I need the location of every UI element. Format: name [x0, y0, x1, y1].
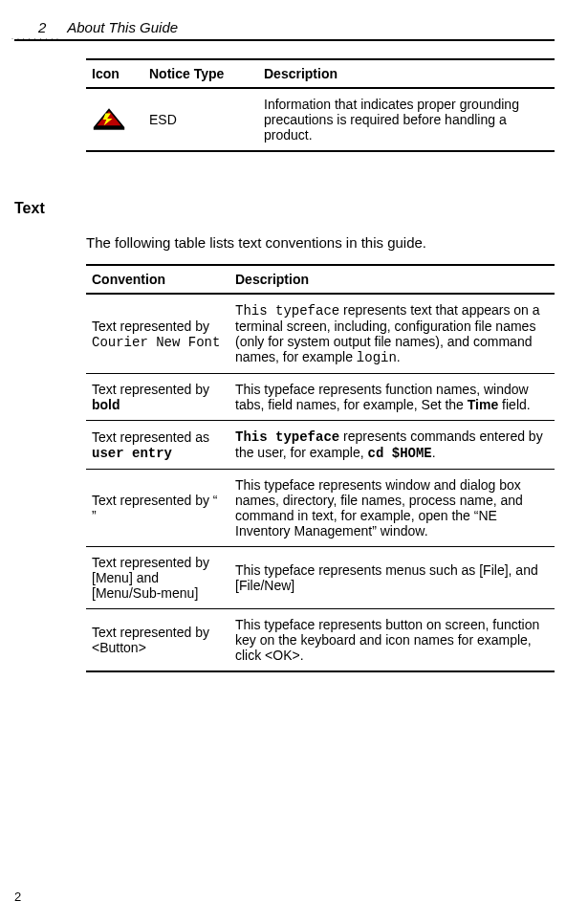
header-title: About This Guide	[67, 19, 178, 35]
notice-type-cell: ESD	[143, 88, 258, 151]
desc-monobold: cd $HOME	[368, 446, 432, 461]
col-header-icon: Icon	[86, 59, 143, 88]
notice-type-table: Icon Notice Type Description ESD Informa…	[86, 58, 555, 152]
footer-page-number: 2	[14, 890, 21, 904]
table-row: Text represented by “ ” This typeface re…	[86, 470, 555, 547]
desc-text: .	[397, 349, 401, 364]
table-row: ESD Information that indicates proper gr…	[86, 88, 555, 151]
description-cell: This typeface represents menus such as […	[229, 547, 555, 609]
description-cell: This typeface represents button on scree…	[229, 609, 555, 672]
col-header-convention: Convention	[86, 265, 229, 294]
desc-text: .	[432, 445, 436, 460]
conventions-table: Convention Description Text represented …	[86, 264, 555, 672]
svg-rect-2	[94, 127, 124, 130]
esd-triangle-icon	[92, 106, 126, 131]
convention-cell: Text represented by [Menu] and [Menu/Sub…	[86, 547, 229, 609]
description-cell: This typeface represents window and dial…	[229, 470, 555, 547]
col-header-description: Description	[229, 265, 555, 294]
table-row: Text represented by Courier New Font Thi…	[86, 294, 555, 374]
content-area: Icon Notice Type Description ESD Informa…	[14, 58, 555, 152]
section-intro: The following table lists text conventio…	[86, 234, 555, 251]
desc-monobold: This typeface	[235, 429, 339, 445]
desc-mono: This typeface	[235, 303, 339, 319]
col-header-notice-type: Notice Type	[143, 59, 258, 88]
table-row: Text represented by bold This typeface r…	[86, 374, 555, 421]
conv-mono: Courier New Font	[92, 335, 220, 350]
conv-text: Text represented by	[92, 382, 209, 397]
conv-monobold: user entry	[92, 446, 172, 461]
table-header-row: Convention Description	[86, 265, 555, 294]
convention-cell: Text represented by <Button>	[86, 609, 229, 672]
desc-bold: Time	[468, 397, 498, 412]
convention-cell: Text represented by “ ”	[86, 470, 229, 547]
conv-bold: bold	[92, 397, 120, 412]
table-row: Text represented by [Menu] and [Menu/Sub…	[86, 547, 555, 609]
table-row: Text represented by <Button> This typefa…	[86, 609, 555, 672]
page: 2 About This Guide Icon Notice Type Desc…	[0, 0, 588, 692]
desc-text: field.	[498, 397, 530, 412]
convention-cell: Text represented as user entry	[86, 421, 229, 470]
col-header-description: Description	[258, 59, 555, 88]
section-heading-text: Text	[14, 200, 555, 217]
conv-text: Text represented by	[92, 319, 209, 334]
conv-text: Text represented as	[92, 429, 209, 445]
table-row: Text represented as user entry This type…	[86, 421, 555, 470]
svg-marker-1	[97, 110, 120, 124]
section-content: The following table lists text conventio…	[14, 234, 555, 672]
header-page-number: 2	[38, 19, 46, 35]
description-cell: This typeface represents commands entere…	[229, 421, 555, 470]
table-header-row: Icon Notice Type Description	[86, 59, 555, 88]
desc-mono: login	[357, 350, 397, 365]
convention-cell: Text represented by Courier New Font	[86, 294, 229, 374]
description-cell: Information that indicates proper ground…	[258, 88, 555, 151]
description-cell: This typeface represents text that appea…	[229, 294, 555, 374]
esd-icon-cell	[86, 88, 143, 151]
convention-cell: Text represented by bold	[86, 374, 229, 421]
description-cell: This typeface represents function names,…	[229, 374, 555, 421]
page-header: 2 About This Guide	[14, 19, 555, 41]
